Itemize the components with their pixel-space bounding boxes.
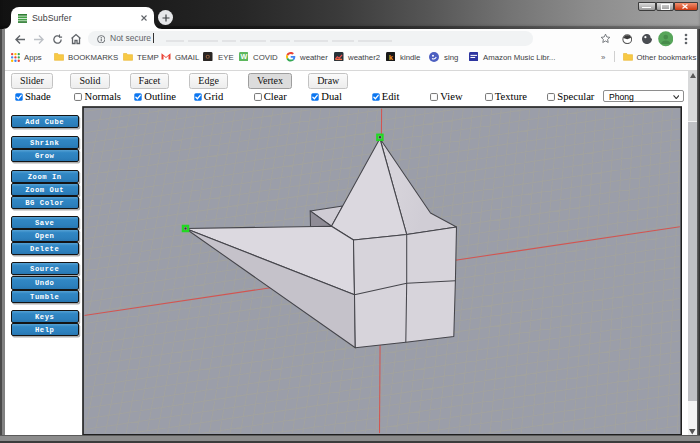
svg-text:W: W: [240, 53, 247, 61]
